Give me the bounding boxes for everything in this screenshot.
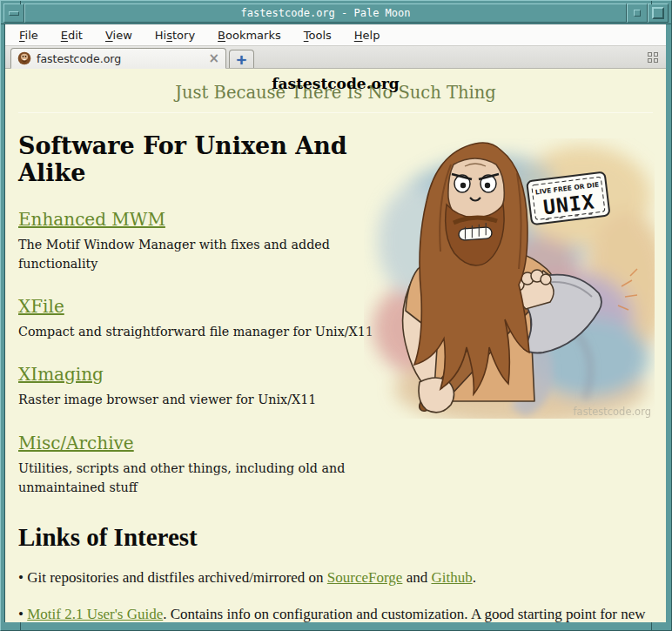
software-item-xfile: XFile Compact and straightforward file m… (18, 296, 382, 341)
frame-notch (651, 622, 652, 630)
tab-close-icon[interactable]: × (208, 52, 219, 65)
plus-icon: + (236, 51, 247, 68)
misc-archive-link[interactable]: Misc/Archive (18, 433, 134, 453)
ximaging-description: Raster image browser and viewer for Unix… (18, 390, 382, 409)
links-of-interest-list: • Git repositories and distfiles archive… (18, 568, 653, 622)
window-frame: fastestcode.org - Pale Moon File Edit Vi… (0, 0, 672, 631)
software-item-ximaging: XImaging Raster image browser and viewer… (18, 364, 382, 409)
unix-license-plate: LIVE FREE OR DIE UNIX (527, 172, 609, 225)
menu-history[interactable]: History (155, 29, 195, 42)
enhanced-mwm-description: The Motif Window Manager with fixes and … (18, 235, 382, 273)
maximize-button[interactable] (648, 3, 669, 23)
minimize-icon (634, 10, 641, 17)
motif-guide-link[interactable]: Motif 2.1 User's Guide (27, 606, 163, 622)
software-heading: Software For Unixen And Alike (18, 132, 382, 186)
frame-notch (651, 1, 652, 4)
header-divider (18, 112, 653, 113)
xfile-description: Compact and straightforward file manager… (18, 322, 382, 341)
software-item-misc-archive: Misc/Archive Utilities, scripts and othe… (18, 433, 382, 497)
window-title[interactable]: fastestcode.org - Pale Moon (24, 3, 627, 23)
list-item: • Git repositories and distfiles archive… (18, 568, 653, 588)
main-section: LIVE FREE OR DIE UNIX fastestcode.org So… (18, 132, 653, 622)
tab-fastestcode[interactable]: fastestcode.org × (10, 48, 226, 69)
menu-bookmarks[interactable]: Bookmarks (218, 29, 281, 42)
minimize-button[interactable] (627, 3, 648, 23)
site-header: fastestcode.org Just Because There Is No… (18, 75, 653, 107)
caveman-axe-illustration: LIVE FREE OR DIE UNIX fastestcode.org (364, 138, 655, 419)
window-menu-button[interactable] (3, 3, 24, 23)
maximize-icon (652, 7, 664, 19)
software-section: Software For Unixen And Alike Enhanced M… (18, 132, 382, 497)
new-tab-button[interactable]: + (229, 50, 254, 68)
menu-file[interactable]: File (19, 29, 38, 42)
xfile-link[interactable]: XFile (18, 296, 64, 317)
page-content: fastestcode.org Just Because There Is No… (5, 69, 666, 622)
menu-tools[interactable]: Tools (304, 29, 332, 42)
browser-client-area: File Edit View History Bookmarks Tools H… (4, 23, 666, 622)
frame-notch (20, 1, 21, 4)
menu-view[interactable]: View (105, 29, 132, 42)
list-item: • Motif 2.1 User's Guide. Contains info … (18, 605, 653, 622)
frame-notch (20, 622, 21, 630)
menu-bar: File Edit View History Bookmarks Tools H… (5, 24, 666, 45)
misc-archive-description: Utilities, scripts and other things, inc… (18, 459, 382, 497)
tab-grid-icon[interactable] (648, 52, 659, 64)
github-link[interactable]: Github (431, 569, 472, 586)
frame-notch (666, 23, 671, 24)
caveman-favicon-icon (17, 51, 31, 65)
enhanced-mwm-link[interactable]: Enhanced MWM (18, 209, 165, 230)
software-item-enhanced-mwm: Enhanced MWM The Motif Window Manager wi… (18, 209, 382, 273)
page-title: fastestcode.org (18, 75, 653, 92)
sourceforge-link[interactable]: SourceForge (327, 569, 403, 586)
menu-help[interactable]: Help (354, 29, 380, 42)
image-watermark: fastestcode.org (574, 406, 651, 418)
tab-title: fastestcode.org (37, 52, 203, 65)
titlebar: fastestcode.org - Pale Moon (3, 3, 669, 23)
window-title-text: fastestcode.org - Pale Moon (240, 7, 410, 19)
ximaging-link[interactable]: XImaging (18, 364, 104, 385)
menu-edit[interactable]: Edit (61, 29, 83, 42)
links-of-interest-heading: Links of Interest (18, 523, 653, 552)
tab-bar: fastestcode.org × + (5, 45, 666, 69)
window-menu-icon (9, 11, 19, 16)
